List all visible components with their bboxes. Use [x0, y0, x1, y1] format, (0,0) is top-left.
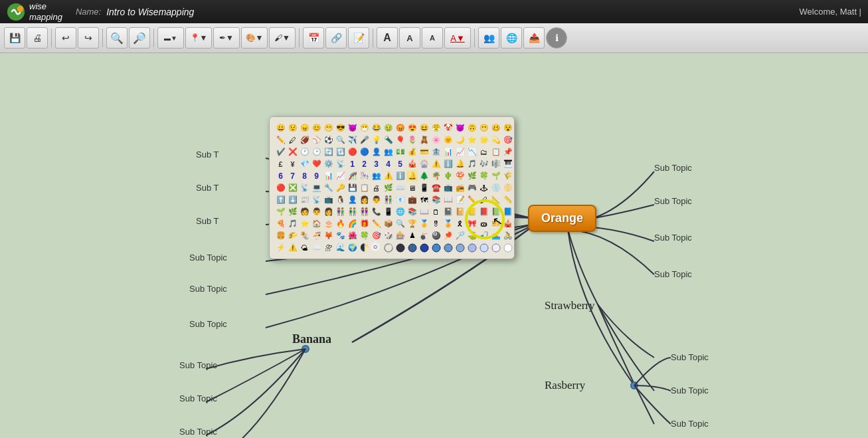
collaborators-button[interactable]: 👥 — [478, 27, 499, 49]
icon-cell[interactable]: ⌨️ — [394, 182, 406, 193]
icon-cell[interactable]: 💾 — [347, 182, 358, 193]
icon-cell[interactable]: ✏️ — [466, 194, 477, 205]
help-button[interactable]: ℹ — [546, 27, 567, 49]
icon-cell[interactable]: 💼 — [406, 194, 418, 205]
icon-cell[interactable]: 🚴 — [502, 230, 513, 241]
publish-button[interactable]: 🌐 — [501, 27, 522, 49]
icon-cell[interactable] — [430, 242, 442, 253]
icon-cell[interactable]: 💡 — [371, 134, 382, 146]
icon-cell[interactable]: 🔥 — [335, 218, 346, 229]
icon-cell[interactable] — [490, 242, 501, 253]
icon-cell[interactable]: 🌯 — [299, 230, 310, 241]
icon-cell[interactable]: 🎪 — [406, 158, 418, 169]
icon-cell[interactable]: 😤 — [430, 122, 442, 134]
icon-cell[interactable]: 🔴 — [275, 182, 286, 193]
icon-cell[interactable]: 🏅 — [442, 218, 454, 229]
icon-cell[interactable]: 🧸 — [418, 134, 430, 146]
icon-cell[interactable] — [454, 242, 466, 253]
icon-cell[interactable]: 👨 — [371, 194, 382, 205]
subtopic-banana-3[interactable]: Sub Topic — [179, 427, 217, 437]
icon-cell[interactable]: 🌺 — [347, 230, 358, 241]
icon-cell[interactable]: 💻 — [311, 182, 322, 193]
icon-cell[interactable]: 🌙 — [454, 134, 466, 146]
icon-cell[interactable]: 💰 — [406, 146, 418, 158]
icon-cell[interactable] — [383, 242, 394, 253]
icon-cell[interactable]: 💳 — [418, 146, 430, 158]
icon-cell[interactable]: 📰 — [299, 194, 310, 205]
topic-shape-button[interactable]: ▬▼ — [157, 27, 184, 49]
icon-cell[interactable]: 8 — [299, 170, 310, 181]
icon-cell[interactable]: 🌴 — [430, 170, 442, 181]
icon-cell[interactable]: 🎈 — [394, 134, 406, 146]
icon-cell[interactable]: 2 — [359, 158, 370, 169]
icon-cell[interactable]: 📊 — [442, 146, 454, 158]
save-button[interactable]: 💾 — [4, 27, 25, 49]
icon-cell[interactable]: 🎳 — [418, 230, 430, 241]
icon-cell[interactable]: 😈 — [347, 122, 358, 134]
font-color-button[interactable]: A▼ — [444, 27, 471, 49]
icon-cell[interactable]: ⚾ — [311, 134, 322, 146]
icon-cell[interactable]: 📚 — [430, 194, 442, 205]
note-button[interactable]: 📝 — [348, 27, 369, 49]
icon-cell[interactable]: 🌈 — [347, 218, 358, 229]
icon-cell[interactable]: 🏊 — [490, 230, 501, 241]
icon-cell[interactable]: ⬆️ — [275, 194, 286, 205]
icon-cell[interactable]: 📔 — [454, 206, 466, 217]
icon-cell[interactable]: 🌮 — [287, 230, 298, 241]
icon-cell[interactable]: 😵 — [502, 122, 513, 134]
icon-cell[interactable]: 5 — [394, 158, 406, 169]
subtopic-banana-2[interactable]: Sub Topic — [179, 393, 217, 403]
icon-cell[interactable]: 3 — [371, 158, 382, 169]
icon-cell[interactable]: 📗 — [490, 206, 501, 217]
icon-cell[interactable]: ⚽ — [323, 134, 334, 146]
icon-cell[interactable]: 🎪 — [502, 218, 513, 229]
icon-cell[interactable]: 🔵 — [359, 146, 370, 158]
color-palette-button[interactable]: 🖌▼ — [269, 27, 296, 49]
icon-cell[interactable]: ⚙️ — [323, 158, 334, 169]
icon-cell[interactable]: 📒 — [466, 206, 477, 217]
icon-cell[interactable]: 🖥 — [406, 182, 418, 193]
icon-cell[interactable]: 🕐 — [299, 146, 310, 158]
icon-cell[interactable]: ❎ — [287, 182, 298, 193]
icon-cell[interactable]: 🏦 — [430, 146, 442, 158]
icon-cell[interactable]: 🌲 — [418, 170, 430, 181]
icon-cell[interactable]: 🕑 — [311, 146, 322, 158]
icon-cell[interactable]: 🌱 — [275, 206, 286, 217]
icon-cell[interactable]: 📋 — [490, 146, 501, 158]
icon-cell[interactable]: 🖊 — [478, 194, 489, 205]
line-style-button[interactable]: ✒▼ — [213, 27, 240, 49]
icon-cell[interactable]: 📱 — [418, 182, 430, 193]
icon-cell[interactable]: 📺 — [442, 182, 454, 193]
icon-cell[interactable]: 1 — [347, 158, 358, 169]
icon-cell[interactable]: 🗒 — [430, 206, 442, 217]
link-button[interactable]: 🔗 — [325, 27, 347, 49]
icon-cell[interactable]: 🔃 — [335, 146, 346, 158]
icon-cell[interactable]: 🥴 — [490, 122, 501, 134]
icon-cell[interactable]: 😀 — [275, 122, 286, 134]
icon-cell[interactable]: 🔍 — [394, 218, 406, 229]
icon-cell[interactable] — [418, 242, 430, 253]
icon-cell[interactable]: 🐧 — [335, 194, 346, 205]
icon-cell[interactable]: 📦 — [383, 218, 394, 229]
calendar-button[interactable]: 📅 — [303, 27, 324, 49]
undo-button[interactable]: ↩ — [55, 27, 76, 49]
icon-cell[interactable]: 🌐 — [394, 206, 406, 217]
icon-cell[interactable]: 🎯 — [371, 230, 382, 241]
icon-cell[interactable]: 👤 — [371, 146, 382, 158]
icon-cell[interactable]: 📡 — [311, 194, 322, 205]
topic-style-button[interactable]: 📍▼ — [185, 27, 212, 49]
icon-cell[interactable]: ✏️ — [371, 218, 382, 229]
icon-cell[interactable]: 6 — [275, 170, 286, 181]
icon-cell[interactable]: 🔄 — [323, 146, 334, 158]
icon-cell[interactable]: 🎖 — [430, 218, 442, 229]
icon-cell[interactable]: 4 — [383, 158, 394, 169]
icon-cell[interactable]: 😠 — [299, 122, 310, 134]
icon-cell[interactable]: 📘 — [502, 206, 513, 217]
subtopic-right-2[interactable]: Sub Topic — [654, 196, 692, 206]
icon-cell[interactable]: 🔍 — [335, 134, 346, 146]
font-small-button[interactable]: A — [422, 27, 443, 49]
icon-cell[interactable]: 😍 — [406, 122, 418, 134]
redo-button[interactable]: ↪ — [78, 27, 99, 49]
icon-cell[interactable]: ⚠️ — [430, 158, 442, 169]
icon-cell[interactable]: ℹ️ — [394, 170, 406, 181]
